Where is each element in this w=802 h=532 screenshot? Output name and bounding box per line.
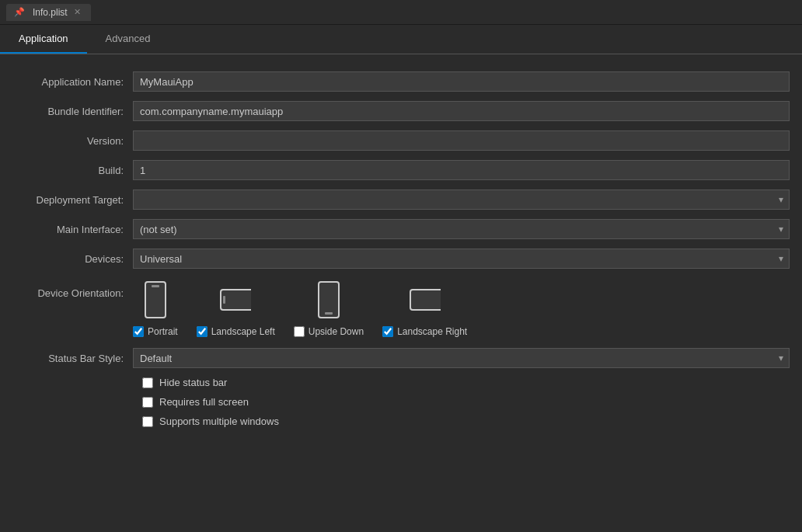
- close-icon[interactable]: ✕: [72, 7, 83, 18]
- version-row: Version:: [0, 126, 802, 155]
- device-orientation-row: Device Orientation: Portrait: [0, 273, 802, 343]
- hide-status-bar-label: Hide status bar: [159, 377, 227, 388]
- devices-label: Devices:: [12, 253, 133, 265]
- deployment-target-select[interactable]: [133, 190, 790, 210]
- portrait-label: Portrait: [148, 326, 178, 337]
- landscape-right-label: Landscape Right: [397, 326, 467, 337]
- landscape-right-icon: [410, 280, 441, 320]
- svg-rect-3: [223, 296, 225, 304]
- build-label: Build:: [12, 165, 133, 176]
- title-bar: 📌 Info.plist ✕: [0, 0, 802, 25]
- devices-select[interactable]: Universal: [133, 249, 790, 269]
- status-bar-style-row: Status Bar Style: Default: [0, 343, 802, 373]
- pin-icon[interactable]: 📌: [14, 7, 25, 17]
- landscape-right-check-row: Landscape Right: [382, 326, 467, 337]
- upside-down-checkbox[interactable]: [294, 326, 305, 337]
- orientation-landscape-left-item: Landscape Left: [197, 280, 275, 337]
- tab-advanced[interactable]: Advanced: [87, 25, 169, 54]
- bundle-id-label: Bundle Identifier:: [12, 106, 133, 117]
- orientation-options: Portrait Landscape Left: [133, 280, 467, 337]
- devices-row: Devices: Universal: [0, 244, 802, 273]
- requires-full-screen-label: Requires full screen: [159, 396, 249, 408]
- file-tab[interactable]: 📌 Info.plist ✕: [6, 4, 91, 21]
- orientation-landscape-right-item: Landscape Right: [382, 280, 467, 337]
- svg-rect-6: [410, 290, 441, 310]
- supports-multiple-windows-checkbox[interactable]: [142, 416, 153, 427]
- orientation-portrait-item: Portrait: [133, 280, 178, 337]
- upside-down-check-row: Upside Down: [294, 326, 364, 337]
- landscape-right-checkbox[interactable]: [382, 326, 393, 337]
- orientation-upside-down-item: Upside Down: [294, 280, 364, 337]
- status-bar-style-label: Status Bar Style:: [12, 353, 133, 364]
- app-name-row: Application Name:: [0, 67, 802, 96]
- upside-down-svg: [318, 281, 340, 318]
- build-input[interactable]: [133, 160, 790, 180]
- status-bar-style-select[interactable]: Default: [133, 348, 790, 368]
- bundle-id-input[interactable]: [133, 101, 790, 121]
- svg-rect-1: [152, 285, 159, 287]
- hide-status-bar-checkbox[interactable]: [142, 377, 153, 388]
- portrait-svg: [145, 281, 166, 318]
- bundle-id-row: Bundle Identifier:: [0, 96, 802, 126]
- landscape-right-svg: [410, 289, 441, 311]
- deployment-target-row: Deployment Target:: [0, 185, 802, 214]
- portrait-icon: [140, 280, 171, 320]
- device-orientation-label: Device Orientation:: [12, 280, 133, 299]
- status-bar-style-wrapper: Default: [133, 348, 790, 368]
- main-interface-label: Main Interface:: [12, 224, 133, 235]
- main-interface-wrapper: (not set): [133, 219, 790, 239]
- svg-rect-5: [325, 312, 333, 315]
- landscape-left-check-row: Landscape Left: [197, 326, 275, 337]
- main-interface-row: Main Interface: (not set): [0, 214, 802, 244]
- upside-down-icon: [313, 280, 344, 320]
- portrait-check-row: Portrait: [133, 326, 178, 337]
- devices-wrapper: Universal: [133, 249, 790, 269]
- app-name-input[interactable]: [133, 71, 790, 92]
- hide-status-bar-row: Hide status bar: [0, 373, 802, 392]
- landscape-left-checkbox[interactable]: [197, 326, 207, 337]
- version-label: Version:: [12, 135, 133, 147]
- requires-full-screen-row: Requires full screen: [0, 392, 802, 412]
- version-input[interactable]: [133, 130, 790, 151]
- requires-full-screen-checkbox[interactable]: [142, 397, 153, 408]
- deployment-target-label: Deployment Target:: [12, 194, 133, 206]
- supports-multiple-windows-label: Supports multiple windows: [159, 416, 279, 427]
- build-row: Build:: [0, 155, 802, 185]
- upside-down-label: Upside Down: [309, 326, 364, 337]
- supports-multiple-windows-row: Supports multiple windows: [0, 412, 802, 431]
- app-name-label: Application Name:: [12, 76, 133, 88]
- main-interface-select[interactable]: (not set): [133, 219, 790, 239]
- landscape-left-svg: [220, 289, 251, 311]
- landscape-left-label: Landscape Left: [211, 326, 275, 337]
- file-tab-label: Info.plist: [33, 7, 68, 18]
- deployment-target-wrapper: [133, 190, 790, 210]
- tab-application[interactable]: Application: [0, 25, 87, 54]
- landscape-left-icon: [220, 280, 251, 320]
- portrait-checkbox[interactable]: [133, 326, 144, 337]
- content-area: Application Name: Bundle Identifier: Ver…: [0, 54, 802, 529]
- tab-bar: Application Advanced: [0, 25, 802, 54]
